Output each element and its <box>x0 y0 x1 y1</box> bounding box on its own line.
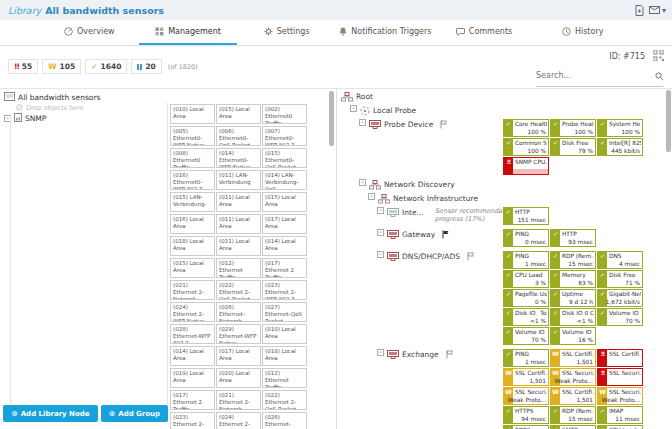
sensor-chip-ping[interactable]: ✓PING1 msec <box>503 251 549 269</box>
library-sensor-item[interactable]: (011) Local Area <box>216 214 261 234</box>
sensor-chip-snmp-cpu[interactable]: !!SNMP CPU... <box>503 157 549 175</box>
library-sensor-item[interactable]: (015) Ethernet0-QoS Packet <box>262 148 307 168</box>
group-network-infrastructure[interactable]: -Network Infrastructure <box>337 193 672 204</box>
add-group-button[interactable]: ⊕ Add Group <box>101 405 169 422</box>
right-scrollbar-thumb[interactable] <box>666 90 671 152</box>
library-sensor-item[interactable]: (010) Local Area <box>170 104 215 124</box>
library-sensor-item[interactable]: (012) Ethernet Traffic <box>262 368 307 388</box>
library-sensor-item[interactable]: (018) Local Area <box>170 236 215 256</box>
library-sensor-item[interactable]: (024) Ethernet 2-WFP Native <box>170 302 215 322</box>
sensor-chip-pagefile-us[interactable]: ✓Pagefile Us...0 % <box>503 289 549 307</box>
library-sensor-item[interactable]: (010) Local Area <box>262 324 307 344</box>
library-sensor-item[interactable]: (002) Ethernet0 Traffic <box>262 104 307 124</box>
status-count-down[interactable]: !!55 <box>8 59 38 74</box>
collapse-toggle[interactable]: - <box>377 349 384 356</box>
library-sensor-item[interactable]: (008) Ethernet0 Traffic <box>170 148 215 168</box>
sensor-chip-volume-io[interactable]: ✓Volume IO ...16 % <box>550 327 596 345</box>
tab-history[interactable]: History <box>533 20 632 45</box>
tab-comments[interactable]: Comments <box>435 20 534 45</box>
library-sensor-item[interactable]: (020) Local Area <box>216 368 261 388</box>
library-sensor-item[interactable]: (017) Ethernet 2 Traffic <box>262 258 307 278</box>
sensor-chip-cpu-load[interactable]: ✓CPU Load3 % <box>503 270 549 288</box>
sensor-chip-disk-free[interactable]: ✓Disk Free71 % <box>597 270 643 288</box>
node-label[interactable]: Gateway <box>402 229 435 239</box>
library-sensor-item[interactable]: (021) Ethernet 2-Network <box>170 280 215 300</box>
tab-management[interactable]: Management <box>139 20 238 45</box>
device-probe-device[interactable]: -Probe Device✓Core Health100 %✓Probe Hea… <box>337 119 672 176</box>
sensor-chip-intel-r-825[interactable]: ✓Intel[R] 825...445 kbit/s <box>597 138 643 156</box>
collapse-toggle[interactable]: - <box>377 229 384 236</box>
sensor-chip-ssl-securi[interactable]: WSSL Securi...Weak Proto... <box>550 368 596 386</box>
status-count-up[interactable]: ✓1640 <box>85 59 127 74</box>
sensor-chip-ssl-securi[interactable]: !!SSL Securi... <box>597 368 643 386</box>
sensor-chip-volume-io[interactable]: ✓Volume IO ...70 % <box>597 308 643 326</box>
group-local-probe[interactable]: -Local Probe <box>337 105 672 116</box>
node-label[interactable]: Exchange <box>402 349 439 359</box>
collapse-toggle[interactable]: - <box>368 193 375 200</box>
sensor-chip-dns[interactable]: ✓DNS4 msec <box>597 251 643 269</box>
library-sensor-item[interactable]: (016) Ethernet0-WFP 802.3 <box>170 170 215 190</box>
library-sensor-item[interactable]: (023) Ethernet 2-WFP 802.3 <box>170 412 215 429</box>
node-label[interactable]: Probe Device <box>384 119 433 129</box>
device-dns-dhcp-ads[interactable]: -DNS/DHCP/ADS✓PING1 msec✓RDP (Rem...15 m… <box>337 251 672 346</box>
library-sensor-item[interactable]: (006) Ethernet0-QoS Packet <box>216 126 261 146</box>
library-sensor-item[interactable]: (019) Local Area <box>170 368 215 388</box>
library-sensor-item[interactable]: (026) Ethernet-Network <box>262 412 307 429</box>
library-sensor-item[interactable]: (014) Local Area <box>170 346 215 366</box>
sensor-chip-common-s[interactable]: ✓Common S...100 % <box>503 138 549 156</box>
sensor-chip-disk-io-0-c[interactable]: ✓Disk IO 0 C:<1 % <box>550 308 596 326</box>
email-icon[interactable] <box>649 6 660 14</box>
node-label[interactable]: Network Discovery <box>384 179 455 189</box>
status-count-paused[interactable]: 20 <box>131 59 161 74</box>
sensor-chip-ping[interactable]: ✓PING0 msec <box>503 229 549 247</box>
node-label[interactable]: Inte... <box>402 207 424 217</box>
dropdown-caret[interactable]: ▾ <box>662 6 666 15</box>
device-gateway[interactable]: -Gateway✓PING0 msec✓HTTP93 msec <box>337 229 672 248</box>
sensor-chip-probe-heal[interactable]: ✓Probe Heal...100 % <box>550 119 596 137</box>
library-sensor-item[interactable]: (024) Ethernet 2-WFP Native <box>216 412 261 429</box>
left-scrollbar-thumb[interactable] <box>329 91 334 146</box>
library-sensor-item[interactable]: (015) LAN-Verbindung- <box>170 192 215 212</box>
sensor-chip-ssl-securi[interactable]: WSSL Securi...Weak Proto... <box>597 387 643 405</box>
library-node-snmp[interactable]: - SNMP <box>4 113 100 123</box>
library-sensor-item[interactable]: (014) Ethernet0-WFP Native <box>216 148 261 168</box>
library-sensor-item[interactable]: (029) Ethernet-WFP Native <box>216 324 261 344</box>
library-sensor-item[interactable]: (005) Ethernet0-WFP Native <box>170 126 215 146</box>
collapse-toggle[interactable]: - <box>377 251 384 258</box>
sensor-chip-rdp-rem[interactable]: ✓RDP (Rem...15 msec <box>550 406 596 424</box>
library-sensor-item[interactable]: (017) Local Area <box>262 214 307 234</box>
root[interactable]: Root <box>337 91 672 102</box>
library-sensor-item[interactable]: (015) Local Area <box>216 104 261 124</box>
group-network-discovery[interactable]: -Network Discovery <box>337 179 672 190</box>
sensor-chip-ssl-certifi[interactable]: WSSL Certifi...1,501 <box>550 387 596 405</box>
library-root-node[interactable]: All bandwidth sensors <box>4 92 100 102</box>
library-sensor-item[interactable]: (015) Local Area <box>262 192 307 212</box>
sensor-chip-ssl-certifi[interactable]: !!SSL Certifi... <box>597 349 643 367</box>
sensor-chip-volume-io[interactable]: ✓Volume IO ...70 % <box>503 327 549 345</box>
sensor-chip-system-he[interactable]: ✓System He...100 % <box>597 119 643 137</box>
collapse-toggle[interactable]: - <box>359 179 366 186</box>
library-sensor-item[interactable]: (011) LAN-Verbindung <box>216 170 261 190</box>
library-sensor-item[interactable]: (011) Local Area <box>216 236 261 256</box>
library-sensor-item[interactable]: (021) Ethernet 2-Network <box>216 390 261 410</box>
search-icon[interactable] <box>655 66 664 85</box>
sensor-chip-uptime[interactable]: ✓Uptime9 d 12 h <box>550 289 596 307</box>
collapse-toggle[interactable]: - <box>377 207 384 214</box>
sensor-chip-https[interactable]: ✓HTTPS94 msec <box>503 406 549 424</box>
status-count-warning[interactable]: W105 <box>42 59 81 74</box>
library-sensor-item[interactable]: (022) Ethernet 2-QoS Packet <box>262 390 307 410</box>
library-sensor-item[interactable]: (007) Ethernet0-WFP 802.3 <box>262 126 307 146</box>
sensor-chip-http[interactable]: ✓HTTP93 msec <box>550 229 596 247</box>
library-sensor-item[interactable]: (011) Local Area <box>216 192 261 212</box>
search-input[interactable] <box>536 71 655 80</box>
sensor-chip-pop3[interactable]: ✓POP3 <box>503 425 549 429</box>
sensor-chip-memory[interactable]: ✓Memory83 % <box>550 270 596 288</box>
library-sensor-item[interactable]: (017) Local Area <box>216 346 261 366</box>
device-exchange[interactable]: -Exchange✓PING1 msecWSSL Certifi...1,501… <box>337 349 672 429</box>
node-label[interactable]: DNS/DHCP/ADS <box>402 251 460 261</box>
library-sensor-item[interactable]: (018) Local Area <box>262 346 307 366</box>
sensor-chip-cpu-load[interactable]: ✓CPU Load <box>597 425 643 429</box>
collapse-toggle[interactable]: - <box>350 105 357 112</box>
device-inte[interactable]: -Inte...Sensor recommendation in progres… <box>337 207 672 226</box>
sensor-chip-ping[interactable]: ✓PING1 msec <box>503 349 549 367</box>
